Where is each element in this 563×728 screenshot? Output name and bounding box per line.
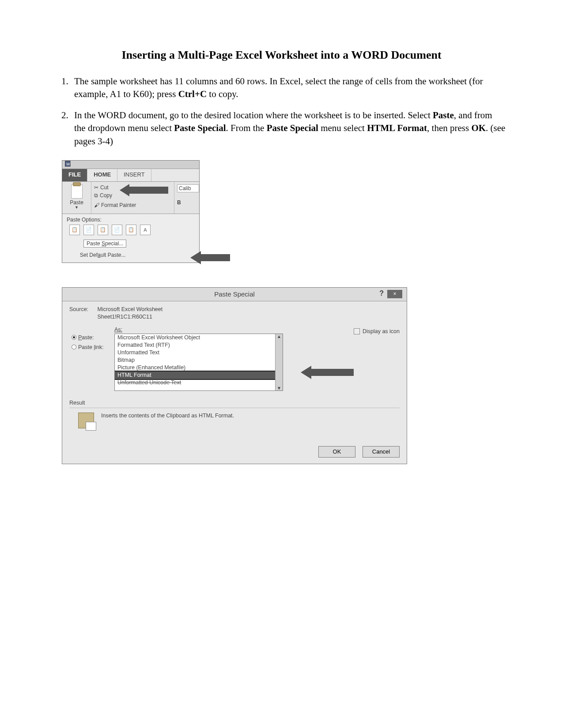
ok-button[interactable]: OK xyxy=(318,446,355,458)
dialog-titlebar: Paste Special ? × xyxy=(62,288,407,301)
step-1-shortcut: Ctrl+C xyxy=(178,89,207,99)
brush-icon: 🖌 xyxy=(94,202,99,208)
paste-icon xyxy=(71,184,83,199)
step-2-kw-ok: OK xyxy=(471,123,486,133)
result-clipboard-icon xyxy=(78,413,94,428)
scroll-down-icon[interactable]: ▼ xyxy=(277,386,281,390)
ribbon-tabs: FILE HOME INSERT xyxy=(62,169,199,181)
paste-label: Paste xyxy=(62,199,91,206)
scroll-up-icon[interactable]: ▲ xyxy=(277,334,281,339)
svg-text:W: W xyxy=(66,162,70,166)
paste-option-merge-icon[interactable]: 📄 xyxy=(83,225,94,235)
listbox-option-html[interactable]: HTML Format xyxy=(115,372,275,379)
step-2: In the WORD document, go to the desired … xyxy=(71,109,506,148)
copy-icon: ⧉ xyxy=(94,192,98,199)
format-painter-label: Format Painter xyxy=(101,202,136,208)
ribbon-screenshot: W FILE HOME INSERT Paste ▼ ✂ Cut ⧉ xyxy=(62,160,200,263)
step-1: The sample worksheet has 11 columns and … xyxy=(71,75,506,101)
radio-paste-link-input[interactable] xyxy=(72,345,76,349)
result-header: Result xyxy=(69,400,400,406)
format-painter-command[interactable]: 🖌 Format Painter xyxy=(94,202,172,208)
listbox-option-worksheet-object[interactable]: Microsoft Excel Worksheet Object xyxy=(115,334,275,341)
paste-special-dialog: Paste Special ? × Source: Microsoft Exce… xyxy=(62,287,407,464)
listbox-option-emf[interactable]: Picture (Enhanced Metafile) xyxy=(115,364,275,372)
font-group: Calib B xyxy=(174,182,199,214)
page-title: Inserting a Multi-Page Excel Worksheet i… xyxy=(57,49,506,62)
radio-paste-input[interactable] xyxy=(72,335,76,340)
quick-access-toolbar: W xyxy=(62,161,199,169)
paste-option-keep-text-only-icon[interactable]: A xyxy=(140,225,151,235)
listbox-scrollbar[interactable]: ▲ ▼ xyxy=(275,334,283,390)
step-2-text-i: , then press xyxy=(427,123,471,133)
source-value-line2: Sheet1!R1C1:R60C11 xyxy=(97,314,152,320)
paste-option-picture-icon[interactable]: 📋 xyxy=(98,225,108,235)
paste-dropdown-arrow-icon[interactable]: ▼ xyxy=(62,206,91,209)
source-label: Source: xyxy=(69,306,96,314)
copy-label: Copy xyxy=(100,192,112,199)
step-1-text-a: The sample worksheet has 11 columns and … xyxy=(74,76,483,99)
step-2-text-g: menu select xyxy=(318,123,367,133)
step-1-text-c: to copy. xyxy=(207,89,238,99)
dialog-help-button[interactable]: ? xyxy=(379,289,384,297)
step-2-kw-paste-special2: Paste Special xyxy=(267,123,318,133)
set-default-paste-menu-item[interactable]: Set Default Paste... xyxy=(80,252,196,258)
tab-home[interactable]: HOME xyxy=(87,169,117,181)
radio-paste[interactable]: Paste: xyxy=(69,333,109,343)
instruction-list: The sample worksheet has 11 columns and … xyxy=(57,75,506,148)
scissors-icon: ✂ xyxy=(94,184,98,191)
tab-file[interactable]: FILE xyxy=(62,169,87,181)
source-value-line1: Microsoft Excel Worksheet xyxy=(97,306,162,312)
paste-split-button[interactable]: Paste ▼ xyxy=(62,182,91,214)
dialog-title-text: Paste Special xyxy=(214,290,255,298)
listbox-option-rtf[interactable]: Formatted Text (RTF) xyxy=(115,341,275,349)
source-info: Source: Microsoft Excel Worksheet Sheet1… xyxy=(69,306,400,321)
paste-option-icons: 📋 📄 📋 📄 📋 A xyxy=(69,225,196,235)
step-2-text-a: In the WORD document, go to the desired … xyxy=(74,110,433,120)
result-description: Inserts the contents of the Clipboard as… xyxy=(101,413,234,428)
cancel-button[interactable]: Cancel xyxy=(363,446,400,458)
cut-label: Cut xyxy=(100,184,109,191)
paste-mode-radios: Paste: Paste link: xyxy=(69,326,109,353)
listbox-option-unicode[interactable]: Unformatted Unicode Text xyxy=(115,379,275,387)
dialog-close-button[interactable]: × xyxy=(387,290,402,298)
step-2-kw-paste-special: Paste Special xyxy=(174,123,226,133)
paste-dropdown-menu: Paste Options: 📋 📄 📋 📄 📋 A Paste Special… xyxy=(62,214,199,263)
format-listbox[interactable]: Microsoft Excel Worksheet Object Formatt… xyxy=(114,334,283,391)
display-as-icon-checkbox[interactable]: Display as icon xyxy=(354,326,400,334)
paste-option-keep-source-icon[interactable]: 📋 xyxy=(69,225,80,235)
paste-option-link-icon[interactable]: 📋 xyxy=(126,225,136,235)
annotation-arrow-paste xyxy=(120,185,168,195)
paste-option-text-icon[interactable]: 📄 xyxy=(112,225,122,235)
paste-options-header: Paste Options: xyxy=(67,217,196,223)
bold-button[interactable]: B xyxy=(177,199,199,206)
font-name-box[interactable]: Calib xyxy=(177,184,199,192)
as-label: As: xyxy=(114,326,344,333)
display-as-icon-label: Display as icon xyxy=(363,328,400,334)
annotation-arrow-paste-special xyxy=(190,252,230,263)
step-2-text-e: . From the xyxy=(226,123,267,133)
paste-special-menu-item[interactable]: Paste Special... xyxy=(83,240,126,248)
result-section: Result Inserts the contents of the Clipb… xyxy=(69,400,400,428)
listbox-option-unformatted[interactable]: Unformatted Text xyxy=(115,349,275,356)
tab-insert[interactable]: INSERT xyxy=(117,169,151,181)
step-2-kw-html: HTML Format xyxy=(367,123,427,133)
listbox-option-bitmap[interactable]: Bitmap xyxy=(115,356,275,364)
step-2-kw-paste: Paste xyxy=(433,110,454,120)
annotation-arrow-html-format xyxy=(301,367,354,378)
checkbox-icon[interactable] xyxy=(354,328,360,334)
word-app-icon: W xyxy=(65,161,71,167)
radio-paste-link[interactable]: Paste link: xyxy=(69,342,109,353)
